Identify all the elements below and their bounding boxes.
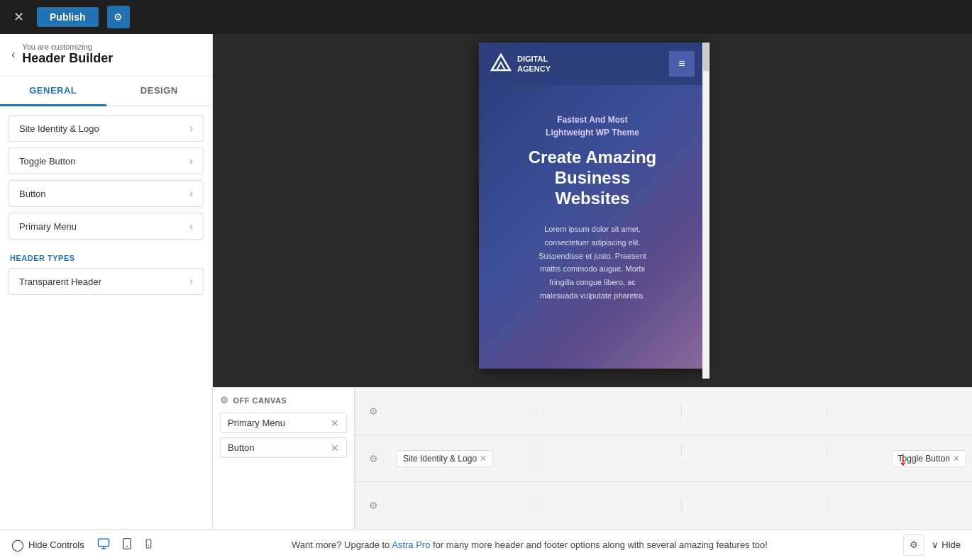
logo-svg [490, 53, 512, 74]
view-buttons [94, 534, 156, 556]
row2-sections: Site Identity & Logo ✕ Toggle Button ✕ [391, 444, 972, 473]
bottom-left: ◯ Hide Controls [11, 534, 156, 556]
row3-section1[interactable] [391, 500, 536, 511]
close-button[interactable]: ✕ [9, 7, 28, 27]
sidebar-item-button[interactable]: Button › [9, 180, 204, 207]
hero-title: Create Amazing Business Websites [493, 147, 692, 208]
astra-pro-link[interactable]: Astra Pro [392, 539, 430, 550]
chevron-right-icon: › [189, 155, 193, 167]
site-identity-chip: Site Identity & Logo ✕ [397, 450, 493, 467]
bottom-notice: Want more? Upgrade to Astra Pro for many… [167, 539, 892, 550]
bottom-settings-button[interactable]: ⚙ [903, 534, 924, 556]
sidebar-item-primary-menu[interactable]: Primary Menu › [9, 213, 204, 240]
off-canvas-item-button: Button ✕ [220, 437, 347, 458]
tablet-view-button[interactable] [118, 534, 136, 556]
chip-label: Toggle Button [898, 454, 950, 464]
off-canvas-item-primary-menu: Primary Menu ✕ [220, 413, 347, 433]
row3-section3[interactable] [682, 500, 827, 511]
chip-label: Site Identity & Logo [403, 454, 477, 464]
row1-sections [391, 405, 972, 417]
top-bar: ✕ Publish ⚙ [0, 0, 972, 34]
tab-design[interactable]: DESIGN [106, 77, 213, 106]
preview-frame: DIGITAL AGENCY ≡ Fastest And Most Lightw… [479, 43, 706, 369]
row2-gear-icon[interactable]: ⚙ [355, 453, 391, 464]
main-area: ‹ You are customizing Header Builder GEN… [0, 34, 972, 529]
tab-general[interactable]: GENERAL [0, 77, 106, 106]
builder-row-2: ⚙ Site Identity & Logo ✕ Toggle [355, 435, 972, 483]
hamburger-button[interactable]: ≡ [669, 51, 695, 77]
builder-row-1: ⚙ [355, 388, 972, 435]
preview-viewport: DIGITAL AGENCY ≡ Fastest And Most Lightw… [213, 34, 972, 387]
bottom-right: ⚙ ∨ Hide [903, 534, 961, 556]
sidebar-tabs: GENERAL DESIGN [0, 77, 212, 106]
header-types-heading: HEADER TYPES [9, 245, 204, 268]
notice-text: Want more? Upgrade to [292, 539, 392, 550]
sidebar: ‹ You are customizing Header Builder GEN… [0, 34, 213, 529]
row3-section2[interactable] [536, 500, 682, 511]
row2-section4[interactable]: Toggle Button ✕ [827, 444, 972, 473]
chevron-right-icon: › [189, 276, 193, 287]
remove-button-button[interactable]: ✕ [331, 443, 339, 453]
sidebar-item-toggle-button[interactable]: Toggle Button › [9, 147, 204, 174]
chevron-right-icon: › [189, 220, 193, 232]
hide-controls-button[interactable]: ◯ Hide Controls [11, 538, 84, 551]
row2-section1[interactable]: Site Identity & Logo ✕ [391, 444, 536, 473]
remove-primary-menu-button[interactable]: ✕ [331, 418, 339, 428]
sidebar-meta: You are customizing Header Builder [22, 43, 113, 66]
row2-section3[interactable] [682, 444, 827, 456]
row1-section4[interactable] [827, 405, 972, 417]
row2-section2[interactable] [536, 444, 682, 456]
desktop-view-button[interactable] [94, 534, 113, 556]
topbar-settings-button[interactable]: ⚙ [107, 6, 130, 28]
toggle-button-chip: Toggle Button ✕ [892, 450, 966, 467]
row3-section4[interactable] [827, 500, 972, 511]
scrollbar-thumb [703, 43, 709, 71]
sidebar-back: ‹ You are customizing Header Builder [11, 43, 201, 70]
off-canvas-item-label: Button [228, 442, 255, 453]
builder-rows: ⚙ ⚙ Site Identity & Logo [355, 388, 972, 529]
off-canvas-panel: ⚙ OFF CANVAS Primary Menu ✕ Button ✕ [213, 388, 355, 529]
remove-site-identity-button[interactable]: ✕ [480, 454, 487, 463]
row1-gear-icon[interactable]: ⚙ [355, 405, 391, 417]
row3-gear-icon[interactable]: ⚙ [355, 500, 391, 511]
row1-section2[interactable] [536, 405, 682, 417]
sidebar-header: ‹ You are customizing Header Builder [0, 34, 212, 77]
preview-area: DIGITAL AGENCY ≡ Fastest And Most Lightw… [213, 34, 972, 529]
gear-icon: ⚙ [220, 395, 229, 405]
mobile-view-button[interactable] [141, 534, 156, 556]
back-arrow-icon[interactable]: ‹ [11, 48, 15, 61]
builder-area: ⚙ OFF CANVAS Primary Menu ✕ Button ✕ ⚙ [213, 387, 972, 529]
notice-suffix: for many more header and footer options … [430, 539, 768, 550]
hide-button[interactable]: ∨ Hide [932, 539, 961, 550]
off-canvas-item-label: Primary Menu [228, 418, 285, 428]
off-canvas-header: ⚙ OFF CANVAS [220, 395, 347, 405]
svg-rect-4 [123, 538, 131, 549]
chevron-right-icon: › [189, 188, 193, 199]
hide-controls-label: Hide Controls [28, 539, 84, 550]
row1-section3[interactable] [682, 405, 827, 417]
sidebar-title: Header Builder [22, 51, 113, 66]
svg-rect-6 [146, 539, 151, 548]
sidebar-item-transparent-header[interactable]: Transparent Header › [9, 268, 204, 295]
hero-subtitle: Fastest And Most Lightweight WP Theme [493, 113, 692, 139]
bottom-bar: ◯ Hide Controls Want more? Upgrade to As… [0, 529, 972, 560]
sidebar-item-site-identity[interactable]: Site Identity & Logo › [9, 115, 204, 142]
hide-label: Hide [941, 539, 961, 550]
off-canvas-label: OFF CANVAS [233, 396, 287, 405]
site-hero: Fastest And Most Lightweight WP Theme Cr… [479, 85, 706, 369]
publish-button[interactable]: Publish [37, 7, 99, 27]
circle-arrow-icon: ◯ [11, 538, 24, 551]
chevron-down-icon: ∨ [932, 539, 939, 550]
row1-section1[interactable] [391, 405, 536, 417]
hero-desc: Lorem ipsum dolor sit amet, consectetuer… [493, 223, 692, 302]
svg-rect-1 [98, 539, 109, 547]
customizing-label: You are customizing [22, 43, 113, 51]
row3-sections [391, 500, 972, 511]
sidebar-items-list: Site Identity & Logo › Toggle Button › B… [0, 106, 212, 529]
site-logo: DIGITAL AGENCY [490, 53, 551, 74]
builder-row-3: ⚙ [355, 482, 972, 529]
remove-toggle-button-button[interactable]: ✕ [953, 454, 960, 463]
site-header: DIGITAL AGENCY ≡ [479, 43, 706, 85]
logo-text: DIGITAL AGENCY [517, 54, 551, 74]
preview-scrollbar[interactable] [702, 43, 709, 379]
